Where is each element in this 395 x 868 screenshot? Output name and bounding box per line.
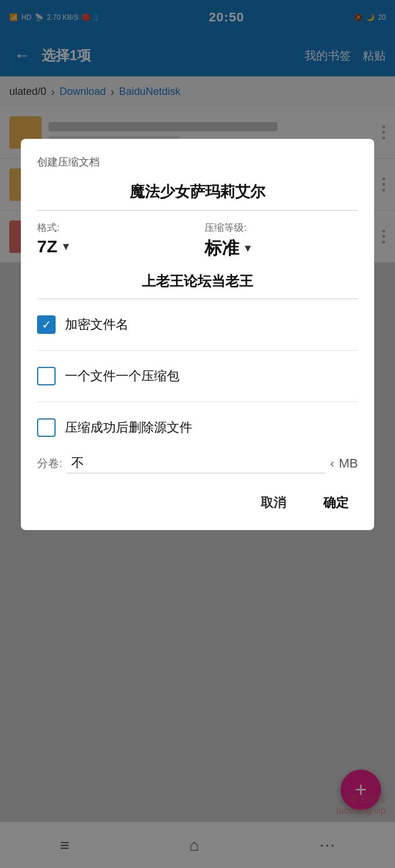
checkbox-label-1: 加密文件名 [65,316,129,333]
dialog-buttons: 取消 确定 [37,490,358,516]
level-select[interactable]: 标准 ▼ [204,237,358,260]
checkbox-row-2[interactable]: 一个文件一个压缩包 [37,362,358,390]
create-archive-dialog: 创建压缩文档 魔法少女萨玛莉艾尔 格式: 7Z ▼ 压缩等级: 标准 ▼ 上老王… [21,139,374,530]
checkmark-icon: ✓ [42,319,52,330]
checkbox-delete-source[interactable] [37,418,56,437]
cancel-button[interactable]: 取消 [251,490,295,516]
checkbox-label-2: 一个文件一个压缩包 [65,367,180,385]
format-level-row: 格式: 7Z ▼ 压缩等级: 标准 ▼ [37,221,358,260]
format-dropdown-arrow: ▼ [61,241,71,253]
level-value: 标准 [204,237,239,260]
volume-unit: MB [339,456,358,471]
password-input[interactable]: 上老王论坛当老王 [37,265,358,299]
volume-arrow-icon[interactable]: ‹ [330,457,334,470]
format-label: 格式: [37,221,191,234]
volume-label: 分卷: [37,456,62,471]
divider-1 [37,350,358,351]
checkbox-row-1[interactable]: ✓ 加密文件名 [37,311,358,339]
level-label: 压缩等级: [204,221,358,234]
checkbox-label-3: 压缩成功后删除源文件 [65,419,192,436]
checkbox-row-3[interactable]: 压缩成功后删除源文件 [37,414,358,442]
volume-row: 分卷: ‹ MB [37,453,358,473]
archive-filename[interactable]: 魔法少女萨玛莉艾尔 [37,182,358,211]
checkbox-one-per-file[interactable] [37,367,56,385]
format-select[interactable]: 7Z ▼ [37,237,191,256]
volume-input[interactable] [67,453,325,473]
level-group: 压缩等级: 标准 ▼ [204,221,358,260]
level-dropdown-arrow: ▼ [243,242,253,255]
confirm-button[interactable]: 确定 [314,490,358,516]
dialog-title: 创建压缩文档 [37,155,358,169]
format-value: 7Z [37,237,57,256]
format-group: 格式: 7Z ▼ [37,221,191,256]
checkbox-encrypt-filename[interactable]: ✓ [37,315,56,334]
divider-2 [37,402,358,402]
